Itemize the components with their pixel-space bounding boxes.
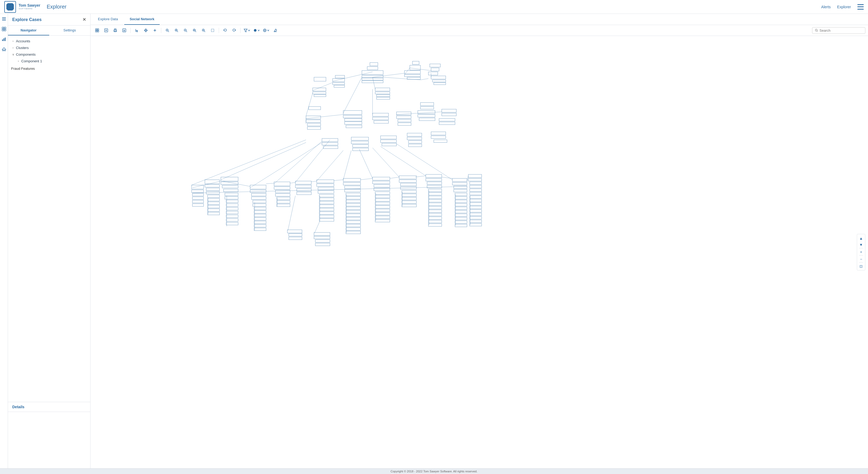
- svg-rect-192: [345, 189, 361, 192]
- svg-rect-104: [307, 123, 321, 126]
- undo-button[interactable]: [221, 27, 229, 34]
- tree-item-component1[interactable]: › Component 1: [8, 58, 90, 64]
- navigator-tab[interactable]: Navigator: [8, 26, 49, 35]
- svg-rect-147: [192, 185, 204, 189]
- svg-rect-127: [223, 189, 238, 192]
- svg-rect-197: [346, 207, 361, 210]
- component1-arrow: ›: [17, 59, 20, 63]
- settings-tab[interactable]: Settings: [49, 26, 90, 35]
- svg-rect-183: [319, 201, 334, 204]
- social-network-tab[interactable]: Social Network: [124, 14, 160, 25]
- right-content: Explore Data Social Network: [90, 14, 868, 468]
- svg-rect-83: [345, 119, 362, 121]
- fullscreen-button[interactable]: [93, 27, 101, 34]
- svg-rect-304: [287, 230, 302, 233]
- zoom-reset-button[interactable]: [199, 27, 208, 34]
- logo-container: Tom Sawyer SOFTWARE: [4, 1, 40, 13]
- explorer-nav-item[interactable]: Explorer: [837, 5, 851, 9]
- node-style-dropdown[interactable]: [252, 28, 261, 33]
- svg-rect-191: [345, 186, 361, 188]
- sidebar-list-icon[interactable]: [1, 16, 7, 22]
- pan-up-button[interactable]: ▲: [858, 235, 864, 241]
- fraud-features-label: Fraud Features: [8, 64, 90, 73]
- redo-button[interactable]: [230, 27, 238, 34]
- svg-line-299: [361, 178, 373, 180]
- edge-style-dropdown[interactable]: [262, 28, 270, 33]
- svg-rect-65: [434, 83, 446, 85]
- svg-line-298: [334, 180, 343, 181]
- tree-item-components[interactable]: ∨ Components: [8, 51, 90, 58]
- new-tab-button[interactable]: [102, 27, 110, 34]
- close-panel-button[interactable]: ✕: [83, 17, 86, 22]
- components-arrow: ∨: [11, 53, 15, 56]
- svg-rect-159: [254, 207, 266, 210]
- graph-area[interactable]: .node-box { fill: none; stroke: #2e6da4;…: [90, 36, 868, 468]
- svg-rect-222: [402, 190, 416, 193]
- hamburger-menu[interactable]: [857, 4, 864, 9]
- svg-rect-315: [470, 182, 482, 184]
- tree-item-clusters[interactable]: › Clusters: [8, 45, 90, 51]
- export-button[interactable]: [120, 27, 128, 34]
- svg-rect-111: [351, 141, 369, 144]
- sidebar-home-icon[interactable]: [1, 46, 7, 52]
- marquee-button[interactable]: [209, 27, 217, 34]
- svg-rect-102: [306, 116, 321, 119]
- pan-button[interactable]: [142, 27, 150, 34]
- svg-rect-158: [253, 204, 266, 206]
- svg-rect-238: [428, 213, 442, 216]
- svg-rect-121: [431, 132, 446, 135]
- svg-rect-152: [192, 204, 204, 206]
- zoom-in-button[interactable]: [173, 27, 180, 34]
- tree-item-accounts[interactable]: › Accounts: [8, 38, 90, 45]
- svg-point-48: [264, 30, 265, 31]
- svg-rect-101: [439, 122, 455, 125]
- svg-rect-321: [470, 203, 482, 205]
- eraser-button[interactable]: [271, 27, 279, 34]
- svg-rect-249: [455, 203, 467, 206]
- svg-rect-112: [352, 145, 369, 147]
- svg-rect-244: [454, 186, 467, 188]
- move-button[interactable]: [151, 27, 159, 34]
- zoom-out-button[interactable]: [182, 27, 189, 34]
- explore-data-tab[interactable]: Explore Data: [93, 14, 123, 25]
- alerts-nav-item[interactable]: Alerts: [821, 5, 831, 9]
- filter-dropdown[interactable]: [243, 28, 251, 33]
- svg-line-51: [817, 31, 818, 32]
- sidebar-table-icon[interactable]: [1, 26, 7, 32]
- fit-ctrl-button[interactable]: ⊡: [858, 263, 864, 269]
- panel-header: Explore Cases ✕: [8, 14, 90, 26]
- svg-rect-87: [373, 117, 389, 120]
- svg-rect-185: [319, 208, 334, 211]
- svg-rect-164: [254, 225, 266, 227]
- sidebar-chart-icon[interactable]: [1, 36, 7, 42]
- svg-rect-106: [309, 107, 321, 110]
- svg-rect-174: [296, 185, 311, 188]
- svg-line-267: [397, 113, 418, 115]
- zoom-in-ctrl-button[interactable]: +: [858, 249, 864, 255]
- svg-rect-9: [5, 37, 6, 41]
- svg-rect-181: [319, 195, 334, 197]
- svg-rect-163: [254, 221, 266, 224]
- svg-rect-124: [221, 177, 238, 181]
- svg-rect-109: [323, 146, 338, 149]
- svg-rect-118: [407, 137, 422, 140]
- svg-rect-89: [397, 112, 411, 115]
- svg-rect-120: [408, 144, 422, 147]
- select-button[interactable]: [133, 27, 141, 34]
- svg-rect-114: [380, 136, 397, 139]
- print-button[interactable]: [111, 27, 119, 34]
- svg-rect-131: [226, 204, 238, 206]
- svg-rect-115: [380, 140, 397, 143]
- pan-down-button[interactable]: ▼: [858, 242, 864, 248]
- svg-rect-250: [455, 207, 467, 210]
- zoom-out-ctrl-button[interactable]: −: [858, 256, 864, 262]
- zoom-out2-button[interactable]: [190, 27, 198, 34]
- search-input[interactable]: [819, 29, 862, 32]
- svg-rect-231: [428, 189, 442, 192]
- svg-rect-150: [192, 197, 204, 200]
- panel-title: Explore Cases: [12, 17, 41, 22]
- svg-line-39: [195, 31, 196, 32]
- zoom-fit-button[interactable]: [163, 27, 172, 34]
- svg-rect-70: [375, 92, 390, 94]
- svg-rect-214: [375, 209, 390, 212]
